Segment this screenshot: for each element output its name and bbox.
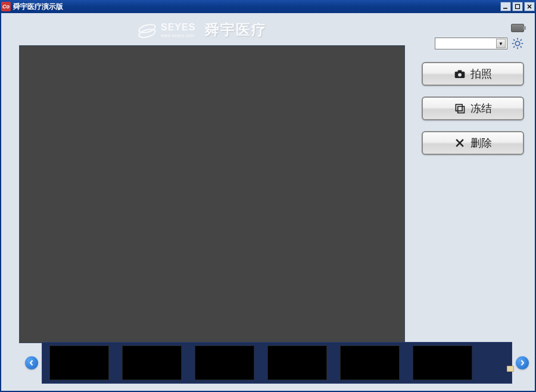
logo-english: SEYES bbox=[161, 23, 195, 32]
thumbnail-slot[interactable] bbox=[195, 346, 254, 380]
action-button-panel: 拍照 冻结 删除 bbox=[422, 62, 524, 155]
camera-icon bbox=[454, 69, 466, 79]
card-indicator-icon bbox=[507, 366, 514, 372]
thumbnail-slot[interactable] bbox=[267, 346, 327, 380]
thumbnail-slot[interactable] bbox=[122, 346, 182, 380]
dropdown-arrow-icon: ▼ bbox=[496, 39, 506, 48]
window-title: 舜宇医疗演示版 bbox=[13, 2, 500, 12]
thumbnail-slot[interactable] bbox=[413, 346, 472, 380]
window-controls bbox=[500, 2, 535, 11]
settings-button[interactable] bbox=[511, 37, 524, 50]
delete-button-label: 删除 bbox=[470, 136, 492, 150]
logo-text: SEYES www.seyes.com bbox=[161, 23, 195, 38]
thumb-next-button[interactable] bbox=[516, 356, 529, 369]
svg-rect-1 bbox=[516, 5, 520, 9]
main-viewport bbox=[19, 45, 405, 343]
capture-button[interactable]: 拍照 bbox=[422, 62, 524, 86]
brand-logo: SEYES www.seyes.com 舜宇医疗 bbox=[138, 20, 267, 39]
titlebar: Co 舜宇医疗演示版 bbox=[0, 0, 536, 13]
svg-point-15 bbox=[458, 73, 462, 76]
capture-button-label: 拍照 bbox=[470, 67, 492, 81]
freeze-icon bbox=[454, 103, 466, 114]
top-right-status bbox=[511, 24, 524, 32]
minimize-button[interactable] bbox=[500, 2, 511, 11]
device-dropdown[interactable]: ▼ bbox=[435, 38, 507, 49]
svg-line-10 bbox=[521, 46, 522, 48]
logo-url: www.seyes.com bbox=[161, 33, 195, 38]
delete-button[interactable]: 删除 bbox=[422, 131, 524, 155]
close-button[interactable] bbox=[524, 2, 535, 11]
thumbnail-strip bbox=[42, 342, 512, 384]
svg-line-11 bbox=[513, 46, 515, 48]
svg-rect-14 bbox=[458, 70, 462, 71]
svg-rect-17 bbox=[458, 107, 465, 113]
thumb-prev-button[interactable] bbox=[25, 356, 38, 369]
chevron-right-icon bbox=[519, 360, 525, 366]
thumbnail-slot[interactable] bbox=[340, 346, 400, 380]
freeze-button-label: 冻结 bbox=[470, 101, 492, 116]
app-icon: Co bbox=[1, 2, 11, 11]
svg-line-12 bbox=[521, 39, 522, 41]
svg-point-4 bbox=[515, 41, 519, 45]
device-selector-row: ▼ bbox=[435, 37, 524, 50]
logo-chinese: 舜宇医疗 bbox=[205, 20, 267, 39]
chevron-left-icon bbox=[29, 360, 35, 366]
gear-icon bbox=[511, 37, 524, 50]
thumbnail-slot[interactable] bbox=[49, 346, 109, 380]
usb-device-icon bbox=[511, 24, 524, 32]
maximize-button[interactable] bbox=[512, 2, 523, 11]
svg-rect-16 bbox=[456, 104, 462, 111]
freeze-button[interactable]: 冻结 bbox=[422, 97, 524, 120]
svg-line-9 bbox=[513, 39, 515, 41]
delete-icon bbox=[454, 138, 466, 148]
client-area: SEYES www.seyes.com 舜宇医疗 ▼ bbox=[0, 13, 536, 392]
logo-mark-icon bbox=[138, 23, 156, 36]
thumbnail-container bbox=[42, 342, 512, 384]
